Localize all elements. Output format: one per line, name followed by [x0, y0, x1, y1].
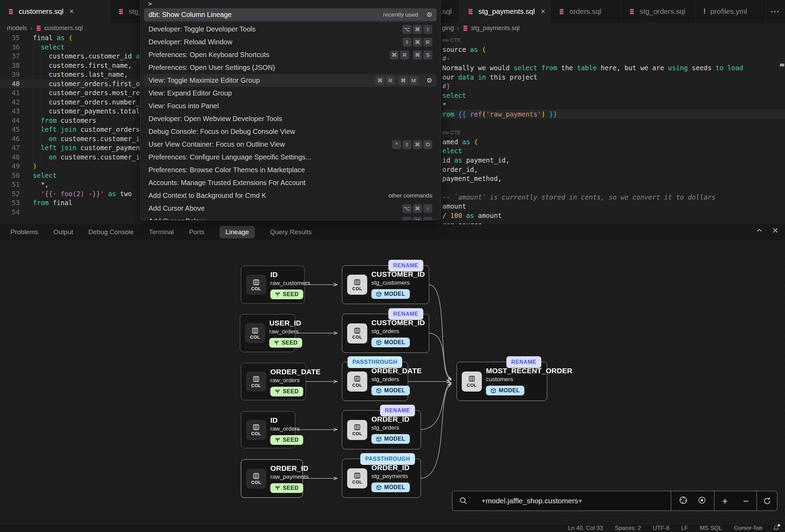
status-item-lf[interactable]: LF: [681, 525, 688, 532]
tab-customers.sql[interactable]: customers.sql×: [0, 0, 110, 23]
close-icon[interactable]: ×: [70, 8, 74, 15]
lineage-node-order_date[interactable]: COLORDER_DATEraw_ordersSEED: [241, 363, 306, 400]
lineage-edge: [429, 285, 451, 379]
keycap: S: [423, 51, 432, 59]
tab-label: orders.sql: [569, 7, 601, 16]
line-number: 45: [0, 125, 20, 134]
command-item[interactable]: Preferences: Open User Settings (JSON): [144, 61, 437, 74]
breadcrumb-item[interactable]: ging: [442, 25, 454, 32]
panel-tab-output[interactable]: Output: [53, 228, 73, 236]
command-item[interactable]: Debug Console: Focus on Debug Console Vi…: [144, 125, 437, 138]
column-badge: COL: [245, 323, 265, 343]
status-bar: Ln 40, Col 33Spaces: 2UTF-8LFMS SQLCurso…: [0, 524, 785, 532]
command-item[interactable]: View: Focus into Panel: [144, 100, 437, 112]
breadcrumb-item[interactable]: stg_payments.sql: [462, 25, 520, 32]
code-line: select: [441, 91, 785, 100]
aperture-icon[interactable]: [679, 496, 688, 506]
command-item[interactable]: Add Context to Background for Cmd Kother…: [144, 189, 437, 202]
lineage-node-order_id[interactable]: PASSTHROUGHCOLORDER_IDstg_paymentsMODEL: [342, 459, 421, 498]
breadcrumb-item[interactable]: models: [7, 25, 27, 32]
codelens: ew CTE: [441, 36, 785, 45]
close-icon[interactable]: [772, 227, 779, 234]
command-item[interactable]: View: Expand Editor Group: [144, 87, 437, 100]
gear-icon[interactable]: ⚙: [426, 76, 432, 84]
command-item[interactable]: Developer: Open Webview Developer Tools: [144, 112, 437, 125]
command-item[interactable]: Add Cursor Below⌥⌘↓: [144, 215, 437, 220]
node-table-name: raw_orders: [270, 377, 301, 384]
tab-orders.sql[interactable]: orders.sql: [551, 0, 621, 23]
line-number: 46: [0, 134, 20, 144]
lineage-node-id[interactable]: COLIDraw_customersSEED: [241, 266, 305, 304]
panel-tab-problems[interactable]: Problems: [10, 228, 38, 236]
close-icon[interactable]: ×: [541, 8, 545, 15]
chevron-up-icon[interactable]: [756, 227, 763, 234]
tab-stg_orders.sql[interactable]: stg_orders.sql: [621, 0, 696, 23]
node-type-badge: SEED: [270, 483, 303, 493]
line-number: 48: [0, 153, 20, 162]
bell-icon[interactable]: [773, 525, 779, 531]
seed-icon: [275, 485, 280, 491]
column-badge: COL: [246, 420, 266, 440]
panel-tab-query-results[interactable]: Query Results: [270, 228, 312, 236]
command-palette-input[interactable]: >: [141, 0, 440, 8]
command-item[interactable]: Accounts: Manage Trusted Extensions For …: [144, 176, 437, 189]
command-item[interactable]: Preferences: Browse Color Themes in Mark…: [144, 164, 437, 176]
refresh-icon[interactable]: [757, 491, 777, 511]
lineage-node-most_recent_order[interactable]: RENAMECOLMOST_RECENT_ORDERcustomersMODEL: [457, 362, 547, 401]
database-icon: [8, 8, 14, 15]
command-item[interactable]: dbt: Show Column Lineagerecently used⚙: [144, 8, 437, 21]
column-icon: [251, 327, 259, 334]
command-item[interactable]: Developer: Reload Window⇧⌘R: [144, 36, 437, 48]
model-icon: [376, 291, 382, 297]
column-badge-label: COL: [352, 431, 362, 436]
breadcrumb-item[interactable]: customers.sql: [35, 25, 83, 32]
node-type-badge: MODEL: [371, 386, 410, 395]
lineage-node-user_id[interactable]: COLUSER_IDraw_ordersSEED: [240, 314, 295, 352]
column-badge-label: COL: [352, 383, 362, 388]
gear-icon[interactable]: ⚙: [426, 11, 432, 19]
lineage-node-customer_id[interactable]: RENAMECOLCUSTOMER_IDstg_customersMODEL: [342, 265, 429, 304]
lineage-node-order_id[interactable]: COLORDER_IDraw_paymentsSEED: [241, 459, 303, 498]
code-editor-right[interactable]: ew CTEsource as (#-Normally we would sel…: [441, 33, 785, 224]
lineage-node-order_id[interactable]: RENAMECOLORDER_IDstg_ordersMODEL: [342, 410, 421, 449]
zoom-out-button[interactable]: −: [736, 492, 757, 511]
lineage-canvas[interactable]: COLIDraw_customersSEEDRENAMECOLCUSTOMER_…: [0, 240, 785, 524]
command-item[interactable]: User View Container: Focus on Outline Vi…: [144, 138, 437, 151]
command-group-label: other commands: [388, 192, 432, 199]
tab-stg_payments.sql[interactable]: stg_payments.sql×: [460, 0, 551, 23]
lineage-search-input[interactable]: [475, 491, 671, 511]
command-item[interactable]: Preferences: Configure Language Specific…: [144, 151, 437, 164]
chevron-right-icon: ›: [457, 25, 459, 32]
zoom-in-button[interactable]: +: [714, 492, 736, 511]
scrollbar-handle[interactable]: [780, 64, 784, 66]
node-type-label: SEED: [283, 388, 299, 395]
lineage-node-order_date[interactable]: PASSTHROUGHCOLORDER_DATEstg_ordersMODEL: [342, 362, 408, 401]
node-title: USER_ID: [269, 319, 290, 327]
status-item-ln-40-col-33[interactable]: Ln 40, Col 33: [568, 525, 603, 532]
database-icon: [629, 8, 635, 15]
keycap: ⌘: [413, 140, 422, 149]
focus-target-icon[interactable]: [697, 496, 706, 506]
panel-tab-debug-console[interactable]: Debug Console: [88, 228, 134, 236]
panel-tab-lineage[interactable]: Lineage: [219, 226, 255, 238]
command-item[interactable]: Add Cursor Above⌥⌘↑: [144, 202, 437, 215]
status-item-ms-sql[interactable]: MS SQL: [700, 525, 722, 532]
search-icon[interactable]: [452, 491, 475, 511]
status-item-spaces-2[interactable]: Spaces: 2: [615, 525, 641, 532]
command-item[interactable]: Developer: Toggle Developer Tools⌥⌘I: [144, 23, 437, 36]
code-line: order_id,: [441, 165, 785, 174]
status-item-utf-8[interactable]: UTF-8: [653, 525, 669, 532]
status-item-cursor-tab[interactable]: Cursor Tab: [734, 525, 763, 532]
tab-overflow-menu[interactable]: ⋯: [770, 0, 780, 23]
line-number: 38: [0, 61, 20, 70]
command-item[interactable]: View: Toggle Maximize Editor Group⌘R⌘M⚙: [144, 74, 437, 87]
node-table-name: stg_payments: [371, 473, 416, 480]
command-item[interactable]: Preferences: Open Keyboard Shortcuts⌘R⌘S: [144, 48, 437, 61]
lineage-node-customer_id[interactable]: RENAMECOLCUSTOMER_IDstg_ordersMODEL: [342, 314, 429, 353]
tab-profiles.yml[interactable]: !profiles.yml: [696, 0, 766, 23]
lineage-node-id[interactable]: COLIDraw_ordersSEED: [241, 411, 295, 448]
database-icon: [558, 8, 565, 15]
panel-tab-terminal[interactable]: Terminal: [149, 228, 174, 236]
column-badge-label: COL: [352, 334, 362, 340]
panel-tab-ports[interactable]: Ports: [189, 228, 204, 236]
